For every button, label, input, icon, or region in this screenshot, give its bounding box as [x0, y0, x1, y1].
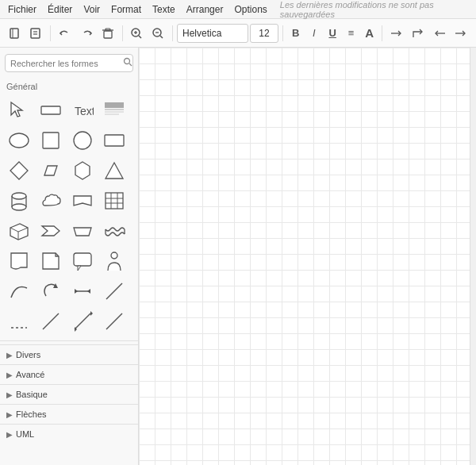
shape-folded[interactable]: [36, 247, 65, 275]
svg-line-64: [75, 313, 90, 329]
shape-text[interactable]: Text: [68, 96, 97, 125]
zoom-in-button[interactable]: [127, 23, 147, 44]
shape-curve[interactable]: [5, 277, 33, 306]
shape-line-pencil[interactable]: [100, 277, 129, 306]
menu-bar: Fichier Éditer Voir Format Texte Arrange…: [0, 0, 476, 19]
menu-editer[interactable]: Éditer: [43, 2, 77, 17]
chevron-right-icon-2: ▶: [6, 371, 13, 379]
save-status: Les dernières modifications ne sont pas …: [280, 0, 473, 19]
svg-marker-20: [11, 102, 22, 117]
svg-marker-33: [75, 162, 90, 179]
bold-button[interactable]: B: [287, 24, 304, 43]
shape-line-v2[interactable]: [68, 307, 97, 336]
category-uml[interactable]: ▶ UML: [0, 424, 138, 444]
shape-pointer[interactable]: [5, 96, 33, 125]
shape-line-dotted[interactable]: [5, 307, 33, 336]
underline-button[interactable]: U: [324, 24, 341, 43]
redo-button[interactable]: [76, 23, 96, 44]
shape-banner[interactable]: [68, 186, 97, 215]
shape-chevron[interactable]: [36, 217, 65, 245]
search-input[interactable]: [10, 59, 120, 68]
svg-rect-0: [10, 29, 18, 38]
search-container: [5, 54, 133, 72]
canvas-scrollbar[interactable]: [470, 48, 476, 465]
sep2: [122, 25, 123, 41]
undo-button[interactable]: [55, 23, 75, 44]
menu-fichier[interactable]: Fichier: [3, 2, 41, 17]
shape-square[interactable]: [36, 126, 65, 155]
svg-rect-21: [41, 106, 60, 114]
category-avance[interactable]: ▶ Avancé: [0, 364, 138, 384]
sep5: [382, 25, 382, 41]
svg-rect-5: [104, 31, 112, 38]
zoom-out-button[interactable]: [148, 23, 168, 44]
shape-ellipse[interactable]: [5, 126, 33, 155]
align-button[interactable]: ≡: [343, 24, 359, 43]
svg-rect-23: [105, 102, 124, 108]
toolbar: B I U ≡ A: [0, 19, 476, 48]
shape-line-angled2[interactable]: [100, 307, 129, 336]
sep4: [282, 25, 283, 41]
svg-marker-31: [10, 162, 28, 179]
shape-document[interactable]: [5, 247, 33, 275]
shape-wide-rect[interactable]: [36, 96, 65, 125]
shape-person[interactable]: [100, 247, 129, 275]
shape-rect-wide2[interactable]: [100, 126, 129, 155]
avance-label: Avancé: [16, 370, 45, 379]
menu-voir[interactable]: Voir: [79, 2, 105, 17]
chevron-right-icon-3: ▶: [6, 390, 13, 399]
category-divers[interactable]: ▶ Divers: [0, 344, 138, 364]
font-size-input[interactable]: [250, 24, 278, 43]
shape-rotate-arrow[interactable]: [36, 277, 65, 306]
svg-text:Text: Text: [75, 105, 94, 117]
shape-diamond[interactable]: [5, 156, 33, 185]
shape-arrow-both[interactable]: [68, 277, 97, 306]
font-selector[interactable]: [177, 24, 248, 43]
arrow-forward-button[interactable]: [451, 23, 471, 44]
menu-arranger[interactable]: Arranger: [182, 2, 228, 17]
svg-line-19: [129, 63, 132, 66]
delete-button[interactable]: [98, 23, 118, 44]
italic-button[interactable]: I: [305, 24, 322, 43]
category-basique[interactable]: ▶ Basique: [0, 384, 138, 404]
shape-line-diagonal2[interactable]: [36, 307, 65, 336]
svg-marker-48: [42, 226, 60, 236]
svg-line-11: [139, 36, 141, 38]
main-layout: Général Text: [0, 48, 476, 465]
shape-table[interactable]: [100, 186, 129, 215]
chevron-right-icon-5: ▶: [6, 430, 13, 439]
category-fleches[interactable]: ▶ Flèches: [0, 404, 138, 424]
edit-button[interactable]: [26, 23, 46, 44]
shape-circle[interactable]: [68, 126, 97, 155]
shape-box3d[interactable]: [5, 217, 33, 245]
search-icon: [123, 57, 132, 69]
canvas-area[interactable]: [139, 48, 476, 465]
shape-hexagon[interactable]: [68, 156, 97, 185]
shape-triangle[interactable]: [100, 156, 129, 185]
text-size-button[interactable]: A: [361, 24, 378, 43]
shape-cloud[interactable]: [36, 186, 65, 215]
arrow-left-button[interactable]: [430, 23, 450, 44]
svg-marker-49: [74, 228, 91, 236]
menu-options[interactable]: Options: [229, 2, 271, 17]
svg-marker-66: [90, 311, 93, 316]
shapes-grid: Text: [0, 94, 138, 337]
shape-heading[interactable]: [100, 96, 129, 125]
svg-point-27: [10, 133, 29, 148]
shape-wave[interactable]: [100, 217, 129, 245]
shape-parallelogram[interactable]: [36, 156, 65, 185]
general-category-label: Général: [0, 79, 138, 94]
svg-rect-53: [74, 253, 91, 266]
menu-texte[interactable]: Texte: [148, 2, 180, 17]
shape-trapezoid[interactable]: [68, 217, 97, 245]
menu-format[interactable]: Format: [106, 2, 146, 17]
svg-point-35: [12, 193, 26, 199]
shape-cylinder[interactable]: [5, 186, 33, 215]
arrow-right-button[interactable]: [386, 23, 406, 44]
svg-marker-32: [44, 166, 57, 175]
svg-marker-34: [106, 163, 123, 179]
shape-callout[interactable]: [68, 247, 97, 275]
new-button[interactable]: [5, 23, 25, 44]
line-elbow-button[interactable]: [409, 23, 428, 44]
divider1: [0, 340, 138, 341]
